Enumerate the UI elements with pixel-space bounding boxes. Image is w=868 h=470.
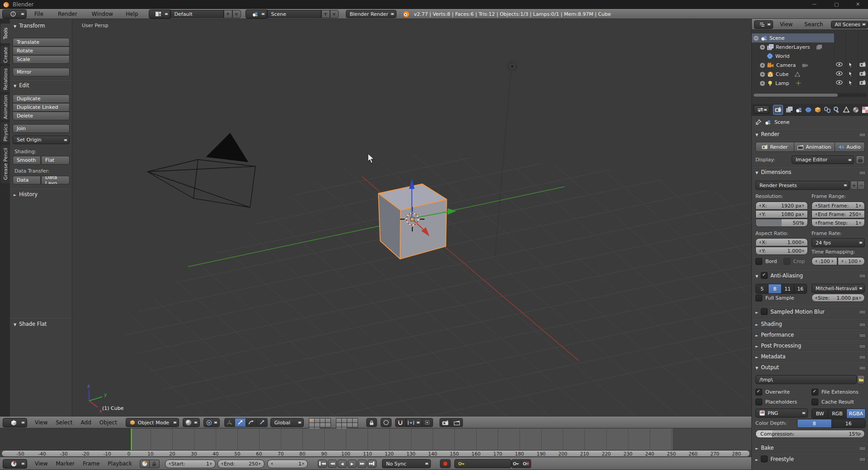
aspect-x-field[interactable]: X:1.000: [755, 238, 808, 246]
viewport-menu-select[interactable]: Select: [52, 419, 76, 426]
tab-texture-icon[interactable]: [862, 107, 868, 113]
outliner-scrollbar[interactable]: [753, 93, 867, 97]
aa-samples-8[interactable]: 8: [769, 284, 781, 293]
overwrite-checkbox[interactable]: [755, 389, 762, 395]
tab-data-icon[interactable]: [843, 107, 849, 113]
timeline-menu-playback[interactable]: Playback: [104, 461, 136, 467]
aa-size-field[interactable]: Size:1.000 px: [811, 294, 865, 302]
history-panel-header[interactable]: History: [14, 191, 38, 197]
add-preset-button[interactable]: +: [850, 181, 858, 190]
current-frame-line[interactable]: [130, 428, 132, 450]
snap-target-button[interactable]: [422, 418, 433, 427]
camera-object[interactable]: [147, 133, 255, 207]
render-presets-select[interactable]: Render Presets: [755, 181, 849, 190]
tab-relations[interactable]: Relations: [0, 66, 10, 93]
layer-cell[interactable]: [352, 423, 358, 428]
data-button[interactable]: Data: [13, 176, 41, 184]
add-layout-button[interactable]: +: [224, 10, 232, 18]
snap-element-select[interactable]: [406, 418, 422, 427]
maximize-button[interactable]: ▢: [834, 1, 839, 7]
menu-help[interactable]: Help: [122, 11, 142, 17]
opengl-render-still-button[interactable]: [439, 418, 451, 427]
set-origin-menu[interactable]: Set Origin: [13, 136, 70, 144]
shade-flat-button[interactable]: Flat: [41, 156, 70, 164]
mode-select[interactable]: Object Mode: [126, 418, 179, 427]
tab-render-icon[interactable]: [773, 105, 783, 115]
outliner-row-world[interactable]: World: [752, 52, 868, 61]
aa-filter-select[interactable]: Mitchell-Netravali: [811, 284, 865, 293]
panel-grip-icon[interactable]: [860, 345, 861, 346]
play-reverse-button[interactable]: ◀: [338, 460, 347, 468]
expand-icon[interactable]: +: [760, 63, 765, 68]
use-preview-range-button[interactable]: [140, 460, 150, 468]
aa-samples-5[interactable]: 5: [756, 284, 769, 293]
manipulator-toggle-button[interactable]: [224, 418, 235, 427]
delete-button[interactable]: Delete: [13, 112, 70, 120]
metadata-panel-header[interactable]: Metadata: [755, 353, 786, 360]
renderability-camera-icon[interactable]: [859, 62, 866, 67]
tab-create[interactable]: Create: [0, 45, 10, 65]
keying-set-field[interactable]: [454, 459, 511, 468]
panel-grip-icon[interactable]: [860, 334, 861, 335]
jump-next-keyframe-button[interactable]: ▶▶: [358, 460, 367, 468]
panel-grip-icon[interactable]: [860, 356, 861, 357]
jump-to-start-button[interactable]: ▌◀◀: [318, 460, 327, 468]
expand-icon[interactable]: +: [760, 72, 765, 77]
scene-icon-button[interactable]: [245, 9, 267, 19]
transform-orientation-select[interactable]: Global: [270, 418, 304, 427]
layer-cell[interactable]: [325, 423, 331, 428]
outliner-row-cube[interactable]: + Cube: [752, 70, 868, 79]
outliner-row-renderlayers[interactable]: + RenderLayers: [752, 42, 868, 52]
lock-range-button[interactable]: [150, 460, 160, 468]
menu-render[interactable]: Render: [54, 11, 81, 17]
aa-samples-16[interactable]: 16: [794, 284, 807, 293]
viewport-menu-object[interactable]: Object: [95, 419, 121, 426]
file-format-select[interactable]: PNG: [755, 409, 808, 418]
tab-animation[interactable]: Animation: [0, 94, 10, 121]
renderability-camera-icon[interactable]: [859, 71, 866, 76]
tab-tools[interactable]: Tools: [0, 23, 10, 44]
visibility-eye-icon[interactable]: [836, 71, 843, 76]
editor-type-selector[interactable]: i: [2, 9, 27, 19]
scale-manipulator-button[interactable]: [257, 418, 268, 427]
remove-preset-button[interactable]: −: [858, 181, 865, 190]
tab-physics[interactable]: Physics: [0, 122, 10, 143]
end-frame-field[interactable]: End Frame:250: [811, 210, 865, 218]
browse-folder-button[interactable]: [857, 375, 865, 384]
frame-rate-select[interactable]: 24 fps: [811, 238, 865, 247]
panel-grip-icon[interactable]: [860, 367, 861, 368]
color-mode-rgba[interactable]: RGBA: [847, 409, 865, 418]
panel-grip-icon[interactable]: [860, 172, 861, 173]
viewport-shading-select[interactable]: [183, 418, 200, 427]
frame-step-field[interactable]: Frame Step:1: [811, 219, 865, 227]
shade-smooth-button[interactable]: Smooth: [13, 156, 41, 164]
outliner-row-lamp[interactable]: + Lamp: [752, 79, 868, 88]
timeline-menu-view[interactable]: View: [31, 461, 52, 467]
snap-toggle-button[interactable]: [395, 418, 406, 427]
performance-panel-header[interactable]: Performance: [755, 332, 794, 338]
redo-panel-header[interactable]: Shade Flat: [14, 321, 47, 327]
motion-blur-panel-header[interactable]: Sampled Motion Blur: [755, 308, 825, 315]
layout-name-field[interactable]: Default: [170, 10, 224, 18]
rotate-button[interactable]: Rotate: [13, 47, 70, 55]
scale-button[interactable]: Scale: [13, 55, 70, 64]
start-frame-field[interactable]: Start Frame:1: [811, 202, 865, 210]
outliner-editor-type-button[interactable]: [754, 20, 773, 29]
start-frame-field[interactable]: Start:1: [165, 460, 216, 468]
motion-blur-checkbox[interactable]: [761, 308, 768, 315]
selectability-cursor-icon[interactable]: [848, 62, 853, 68]
color-mode-bw[interactable]: BW: [812, 409, 828, 418]
expand-icon[interactable]: +: [760, 81, 765, 86]
freestyle-checkbox[interactable]: [761, 456, 768, 462]
sync-mode-select[interactable]: No Sync: [382, 459, 431, 468]
panel-grip-icon[interactable]: [860, 134, 861, 135]
aspect-y-field[interactable]: Y:1.000: [755, 247, 808, 255]
full-sample-checkbox[interactable]: [755, 295, 762, 301]
color-depth-8[interactable]: 8: [797, 419, 832, 428]
panel-grip-icon[interactable]: [860, 275, 861, 276]
outliner-menu-search[interactable]: Search: [800, 21, 827, 28]
duplicate-button[interactable]: Duplicate: [13, 94, 70, 103]
panel-grip-icon[interactable]: [860, 447, 861, 448]
viewport-editor-type-button[interactable]: [3, 418, 27, 428]
pivot-point-select[interactable]: [203, 418, 220, 427]
